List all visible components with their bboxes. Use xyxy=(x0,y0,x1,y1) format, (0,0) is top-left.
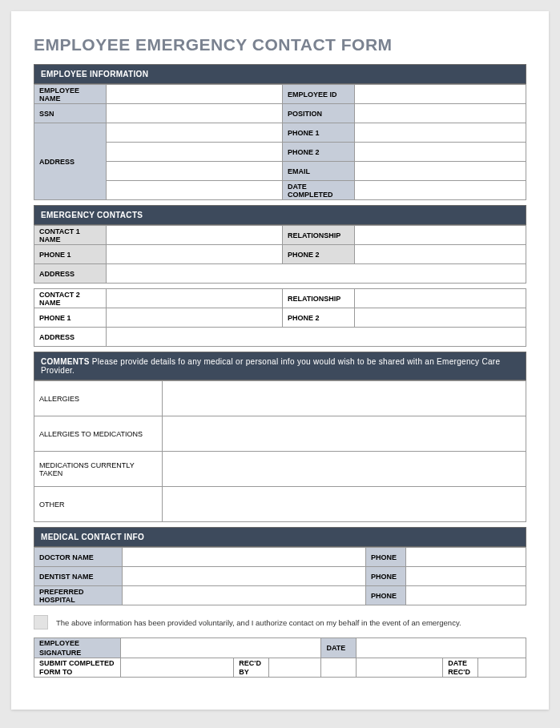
label-allergies: ALLERGIES xyxy=(34,381,163,416)
field-contact2-name[interactable] xyxy=(107,289,283,308)
employee-table: EMPLOYEE NAME EMPLOYEE ID SSN POSITION A… xyxy=(34,84,526,200)
label-c1-address: ADDRESS xyxy=(34,264,107,284)
label-employee-id: EMPLOYEE ID xyxy=(283,85,355,104)
contacts-table-2: CONTACT 2 NAME RELATIONSHIP PHONE 1 PHON… xyxy=(34,288,526,347)
field-c2-address[interactable] xyxy=(107,328,526,347)
field-dentist-phone[interactable] xyxy=(406,567,526,586)
field-allergies-meds[interactable] xyxy=(163,416,526,452)
form-page: EMPLOYEE EMERGENCY CONTACT FORM EMPLOYEE… xyxy=(11,11,549,710)
field-recd-by-1[interactable] xyxy=(269,658,321,678)
label-ssn: SSN xyxy=(34,104,107,123)
label-c1-relationship: RELATIONSHIP xyxy=(283,226,355,245)
label-recd-by: REC'D BY xyxy=(234,658,269,678)
label-hospital-phone: PHONE xyxy=(366,586,406,605)
field-date-completed[interactable] xyxy=(355,181,526,200)
field-date-recd[interactable] xyxy=(478,658,526,678)
field-address-4[interactable] xyxy=(107,181,283,200)
label-date: DATE xyxy=(321,638,356,658)
field-phone1[interactable] xyxy=(355,123,526,143)
label-hospital: PREFERRED HOSPITAL xyxy=(34,586,123,605)
label-dentist-phone: PHONE xyxy=(366,567,406,586)
label-other: OTHER xyxy=(34,487,163,522)
authorization-text: The above information has been provided … xyxy=(56,618,461,627)
field-c1-phone1[interactable] xyxy=(107,245,283,264)
label-c2-address: ADDRESS xyxy=(34,328,107,347)
label-meds-current: MEDICATIONS CURRENTLY TAKEN xyxy=(34,452,163,487)
field-c1-phone2[interactable] xyxy=(355,245,526,264)
label-employee-name: EMPLOYEE NAME xyxy=(34,85,107,104)
label-contact1-name: CONTACT 1 NAME xyxy=(34,226,107,245)
field-contact1-name[interactable] xyxy=(107,226,283,245)
field-employee-name[interactable] xyxy=(107,85,283,104)
label-c1-phone2: PHONE 2 xyxy=(283,245,355,264)
label-doctor-phone: PHONE xyxy=(366,548,406,567)
label-submit-to: SUBMIT COMPLETED FORM TO xyxy=(34,658,121,678)
field-allergies[interactable] xyxy=(163,381,526,416)
field-doctor[interactable] xyxy=(123,548,366,567)
field-hospital[interactable] xyxy=(123,586,366,605)
field-address-2[interactable] xyxy=(107,143,283,162)
field-ssn[interactable] xyxy=(107,104,283,123)
label-address: ADDRESS xyxy=(34,123,107,200)
field-c2-phone2[interactable] xyxy=(355,308,526,328)
comments-header-bold: COMMENTS xyxy=(41,357,90,366)
field-dentist[interactable] xyxy=(123,567,366,586)
label-allergies-meds: ALLERGIES TO MEDICATIONS xyxy=(34,416,163,452)
field-signature[interactable] xyxy=(121,638,321,658)
field-recd-by-3[interactable] xyxy=(356,658,442,678)
contacts-table: CONTACT 1 NAME RELATIONSHIP PHONE 1 PHON… xyxy=(34,225,526,284)
label-contact2-name: CONTACT 2 NAME xyxy=(34,289,107,308)
field-email[interactable] xyxy=(355,162,526,181)
field-other[interactable] xyxy=(163,487,526,522)
label-phone1: PHONE 1 xyxy=(283,123,355,143)
comments-table: ALLERGIES ALLERGIES TO MEDICATIONS MEDIC… xyxy=(34,380,526,522)
field-meds-current[interactable] xyxy=(163,452,526,487)
label-dentist: DENTIST NAME xyxy=(34,567,123,586)
signature-table: EMPLOYEE SIGNATURE DATE SUBMIT COMPLETED… xyxy=(34,638,526,678)
field-c2-relationship[interactable] xyxy=(355,289,526,308)
field-doctor-phone[interactable] xyxy=(406,548,526,567)
field-c2-phone1[interactable] xyxy=(107,308,283,328)
section-header-medical: MEDICAL CONTACT INFO xyxy=(34,527,526,547)
section-header-comments: COMMENTS Please provide details fo any m… xyxy=(34,352,526,380)
label-email: EMAIL xyxy=(283,162,355,181)
field-date[interactable] xyxy=(356,638,526,658)
label-position: POSITION xyxy=(283,104,355,123)
form-title: EMPLOYEE EMERGENCY CONTACT FORM xyxy=(34,35,526,54)
label-date-recd: DATE REC'D xyxy=(443,658,478,678)
field-c1-relationship[interactable] xyxy=(355,226,526,245)
label-c2-relationship: RELATIONSHIP xyxy=(283,289,355,308)
field-phone2[interactable] xyxy=(355,143,526,162)
label-phone2: PHONE 2 xyxy=(283,143,355,162)
field-submit-to[interactable] xyxy=(121,658,234,678)
label-signature: EMPLOYEE SIGNATURE xyxy=(34,638,121,658)
label-c1-phone1: PHONE 1 xyxy=(34,245,107,264)
label-c2-phone1: PHONE 1 xyxy=(34,308,107,328)
label-c2-phone2: PHONE 2 xyxy=(283,308,355,328)
field-recd-by-2[interactable] xyxy=(321,658,356,678)
label-doctor: DOCTOR NAME xyxy=(34,548,123,567)
authorization-checkbox[interactable] xyxy=(34,615,48,629)
field-address-1[interactable] xyxy=(107,123,283,143)
field-position[interactable] xyxy=(355,104,526,123)
label-date-completed: DATE COMPLETED xyxy=(283,181,355,200)
field-address-3[interactable] xyxy=(107,162,283,181)
field-c1-address[interactable] xyxy=(107,264,526,284)
comments-header-text: Please provide details fo any medical or… xyxy=(41,357,500,375)
section-header-employee: EMPLOYEE INFORMATION xyxy=(34,64,526,84)
medical-table: DOCTOR NAME PHONE DENTIST NAME PHONE PRE… xyxy=(34,547,526,605)
field-hospital-phone[interactable] xyxy=(406,586,526,605)
section-header-contacts: EMERGENCY CONTACTS xyxy=(34,205,526,225)
authorization-row: The above information has been provided … xyxy=(34,615,526,629)
field-employee-id[interactable] xyxy=(355,85,526,104)
